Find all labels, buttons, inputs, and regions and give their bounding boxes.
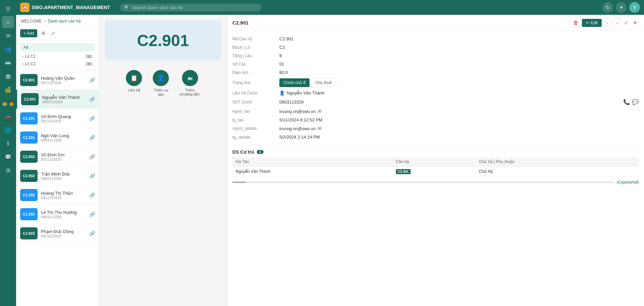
link-icon[interactable]: 🔗 [89, 135, 95, 140]
list-item[interactable]: C2.801 Hoàng Văn Quân 0911223316 🔗 [16, 71, 99, 90]
refresh-icon[interactable]: ↻ [602, 2, 613, 13]
grid-icon[interactable]: ⊞ [2, 164, 14, 176]
apt-badge: C2.803 [20, 227, 38, 239]
them-cu-dan-icon: 👤 [153, 70, 169, 86]
btn-chinh-chu-o[interactable]: Chính chủ ở [279, 78, 310, 87]
person-icon: 👤 [279, 90, 285, 95]
expand-list-icon[interactable]: ⤢ [50, 29, 56, 37]
delete-button[interactable]: 🗑 [572, 18, 580, 27]
home-icon[interactable]: ⌂ [2, 16, 14, 28]
link-icon[interactable]: 🔗 [89, 231, 95, 236]
apt-phone: 0911223315 [41, 196, 89, 200]
apt-name: Phạm Đức Dũng [41, 229, 89, 234]
link-icon[interactable]: 🔗 [89, 173, 95, 179]
apt-name: Ngô Văn Long [41, 133, 89, 138]
fullscreen-button[interactable]: ⤢ [623, 19, 630, 27]
residents-icon[interactable]: 🏘 [2, 56, 14, 69]
apt-phone: 0903113329 [42, 100, 89, 104]
ds-cu-tru-title: DS Cư trú 1 [232, 149, 639, 155]
tree-lo-c2-label: Lô C2 [25, 62, 36, 66]
nguoi-tao-value: truong.vn@swo.vn [279, 109, 316, 114]
link-icon[interactable]: 🔗 [89, 192, 95, 198]
vehicle-icon[interactable]: 🚗 [2, 110, 14, 122]
tree-lo-c1-label: Lô C1 [25, 54, 36, 59]
list-item[interactable]: C2.803 Phạm Đức Dũng 0911223314 🔗 [16, 224, 99, 243]
edit-button[interactable]: ✏ Edit [582, 19, 602, 27]
edit-icon: ✏ [586, 21, 589, 25]
ma-can-ho-label: Mã Căn hộ [232, 36, 279, 41]
table-icon[interactable]: ▦ [2, 70, 14, 82]
expand-button[interactable]: Expand [618, 180, 632, 185]
topnav-right: ↻ ▾ T [602, 2, 640, 13]
search-icon: 🔍 [124, 5, 130, 10]
lien-he-icon: 📋 [126, 70, 142, 86]
search-input[interactable] [132, 5, 257, 10]
link-icon[interactable]: 🔗 [89, 154, 95, 159]
apt-hero-label: C2.901 [137, 31, 189, 50]
chat-icon[interactable]: 💬 [2, 151, 14, 163]
apt-info: Vũ Đình Em 0911223315 [41, 152, 89, 161]
add-resident-button[interactable]: Add [632, 180, 639, 185]
list-item[interactable]: C1.201 Vũ Đình Quang 0911223316 🔗 [16, 109, 99, 128]
action-lien-he[interactable]: 📋 Liên hệ [126, 70, 142, 97]
avatar[interactable]: T [629, 2, 640, 13]
tg-update-value: 5/2/2024 2:14:14 PM [279, 135, 639, 140]
message-icon[interactable]: 💬 [632, 99, 639, 105]
tg-tao-value: 5/11/2024 8:12:52 PM [279, 117, 639, 122]
list-item[interactable]: C2.901 Nguyễn Văn Thành 0903113329 🔗 [16, 90, 99, 109]
menu-icon[interactable]: ☰ [2, 3, 14, 15]
list-item[interactable]: C1.202 Lê Thị Thu Hương 0903113330 🔗 [16, 205, 99, 224]
scroll-thumb [232, 182, 246, 183]
users-icon[interactable]: 👥 [2, 43, 14, 55]
link-icon[interactable]: 🔗 [89, 77, 95, 83]
add-button[interactable]: + Add [20, 29, 37, 37]
call-icon[interactable]: 📞 [623, 99, 630, 105]
apt-name: Vũ Đình Em [41, 152, 89, 157]
table-row: Nguyễn Văn Thành C2.901 Chủ hộ [232, 166, 639, 177]
residents-table: Họ Tên Căn hộ Chủ hộ | Phụ thuộc Nguyễn … [232, 157, 639, 177]
breadcrumb-welcome[interactable]: WELCOME [21, 19, 42, 24]
list-item[interactable]: C1.201 Ngô Văn Long 0903113329 🔗 [16, 128, 99, 147]
email-icon-1: ✉ [318, 109, 322, 114]
list-item[interactable]: C2.802 Vũ Đình Em 0911223315 🔗 [16, 147, 99, 166]
apt-badge: C1.202 [20, 208, 38, 220]
community-icon[interactable]: 🌐 [2, 124, 14, 136]
action-buttons: 📋 Liên hệ 👤 Thêm cưdân 🏍 Thêmphương tiện [99, 70, 227, 97]
tree-lo-c1[interactable]: › Lô C1 30 [20, 53, 95, 60]
sdt-chinh-value: 0903113329 [279, 100, 304, 105]
sidebar: ☰ ⌂ ✉ 👥 🏘 ▦ 💰 👨‍👩 🚗 🌐 ℹ 💬 ⊞ [0, 0, 16, 306]
action-them-cu-dan[interactable]: 👤 Thêm cưdân [153, 70, 169, 97]
finance-icon[interactable]: 💰 [2, 83, 14, 95]
list-item[interactable]: C2.902 Trần Minh Đức 0903113330 🔗 [16, 166, 99, 186]
filter-icon[interactable]: ⚙ [40, 29, 47, 37]
btn-cho-thue[interactable]: Cho thuê [311, 78, 336, 87]
col-can-ho: Căn hộ [393, 157, 476, 166]
apt-name: Vũ Đình Quang [41, 114, 89, 119]
prev-button[interactable]: ‹ [604, 18, 611, 27]
apt-name: Hoàng Thị Thảo [41, 191, 89, 196]
list-item[interactable]: C1.202 Hoàng Thị Thảo 0911223315 🔗 [16, 186, 99, 205]
link-icon[interactable]: 🔗 [89, 97, 95, 102]
nguoi-update-value: truong.vn@swo.vn [279, 126, 316, 131]
tree-all[interactable]: All [20, 43, 95, 51]
next-button[interactable]: › [613, 18, 621, 27]
info-grid: Mã Căn hộ C2.901 Block | Lô C2 Tầng | Lầ… [232, 31, 639, 145]
close-button[interactable]: ✕ [632, 18, 639, 27]
mail-icon[interactable]: ✉ [2, 30, 14, 42]
action-them-phuong-tien[interactable]: 🏍 Thêmphương tiện [180, 70, 200, 97]
col-chu-ho: Chủ hộ | Phụ thuộc [475, 157, 639, 166]
tang-lau-value: 9 [279, 53, 639, 58]
tg-tao-label: tg_tao [232, 117, 279, 122]
apt-badge: C2.801 [20, 74, 38, 86]
main-area: 🏠 SWO.APARTMENT_MANAGEMENT 🔍 ↻ ▾ T WELCO… [16, 0, 644, 306]
info-icon[interactable]: ℹ [2, 137, 14, 149]
tree-lo-c2[interactable]: › Lô C2 30 [20, 60, 95, 68]
so-can-label: Số Căn [232, 62, 279, 67]
link-icon[interactable]: 🔗 [89, 116, 95, 121]
group-icon[interactable]: 👨‍👩 [2, 97, 14, 109]
resident-role: Chủ hộ [475, 166, 639, 177]
table-footer: › Expand Add [232, 177, 639, 187]
link-icon[interactable]: 🔗 [89, 212, 95, 217]
resident-apt: C2.901 [393, 166, 476, 177]
dropdown-icon[interactable]: ▾ [616, 2, 627, 13]
